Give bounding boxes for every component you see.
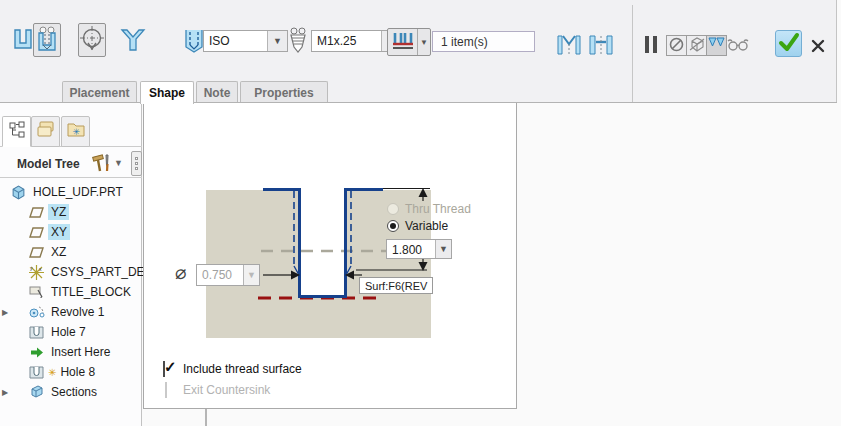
folder-browser-tab[interactable] [31,116,60,147]
include-thread-surface-checkbox[interactable] [163,361,165,377]
tree-item-insert-here[interactable]: Insert Here [0,342,113,362]
geometry-preview-button[interactable] [706,35,727,56]
counterbore-icon [588,34,614,59]
chevron-down-icon[interactable]: ▼ [435,240,451,258]
tree-item-label: Insert Here [48,344,113,360]
tree-item-label: YZ [48,204,69,220]
tree-item-label: TITLE_BLOCK [48,284,134,300]
depth-option-button[interactable]: ▼ [387,28,431,56]
thread-size-value: M1x.25 [312,31,381,51]
datum-plane-edge [205,409,207,426]
tree-item-title-block[interactable]: TITLE_BLOCK [0,282,134,302]
toolbar-separator [632,5,633,103]
wireframe-preview-icon [689,37,705,55]
hole-icon [28,325,45,340]
placement-collector-field[interactable]: 1 item(s) [432,31,535,52]
favorites-tab[interactable]: ✳ [61,116,90,147]
tree-item-label: Revolve 1 [48,304,107,320]
tree-item-xy[interactable]: XY [0,222,70,242]
cancel-button[interactable] [809,37,827,55]
geometry-preview-icon [708,37,725,55]
chevron-down-icon: ▼ [243,265,259,285]
tree-item-yz[interactable]: YZ [0,202,69,222]
model-tree-icon [8,121,26,142]
diameter-combobox[interactable]: 0.750 ▼ [196,264,260,286]
insert-arrow-icon [28,345,45,360]
no-preview-button[interactable] [666,35,687,56]
no-preview-icon [669,37,684,55]
part-icon [10,185,27,200]
thread-depth-combobox[interactable]: 1.800 ▼ [386,239,452,259]
thread-depth-value: 1.800 [387,240,435,258]
variable-depth-label: Variable [405,219,448,233]
depth-reference-box[interactable]: Surf:F6(REV [359,277,433,294]
thread-series-value: ISO [204,31,267,51]
tree-item-revolve-1[interactable]: ▶Revolve 1 [0,302,107,322]
svg-text:✳: ✳ [72,127,80,137]
accept-icon [778,32,800,55]
wireframe-preview-button[interactable] [686,35,707,56]
tree-item-csys-part-def[interactable]: xyCSYS_PART_DEF [0,262,155,282]
diameter-symbol: ⌀ [175,261,186,284]
close-icon [811,39,825,53]
model-tree-tab[interactable] [2,116,31,147]
chevron-down-icon[interactable]: ▼ [267,31,287,51]
datum-plane-icon [28,245,45,260]
tree-item-label: XY [48,224,70,240]
tapered-hole-button[interactable] [119,28,147,54]
tab-shape[interactable]: Shape [140,81,194,104]
shape-panel: Thru Thread Variable 1.800 ▼ ⌀ 0.750 ▼ S… [143,103,517,409]
tree-tools-icon[interactable] [90,153,112,176]
thread-icon [184,29,204,56]
counterbore-button[interactable] [587,33,615,59]
dashboard-divider [0,102,837,103]
sections-icon [28,385,45,400]
navigator-panel: ✳ Model Tree ▼ HOLE_UDF.PRTYZXYXZxyCSYS_… [0,103,142,426]
revolve-icon [28,305,45,320]
drilled-hole-button[interactable] [78,23,106,57]
accept-button[interactable] [775,30,802,57]
countersink-button[interactable] [555,33,583,59]
thru-thread-radio [387,203,399,215]
depth-to-shoulder-icon [388,29,417,55]
tapped-hole-icon [35,25,59,56]
folder-star-icon: ✳ [66,121,86,142]
datum-plane-icon [28,225,45,240]
navigator-title: Model Tree [17,157,80,171]
creo-hole-dashboard-window: ISO ▼ M1x.25 ▼ ▼ 1 item(s) [0,0,841,426]
screw-icon [287,27,309,56]
tapped-hole-button[interactable] [33,23,61,57]
tree-item-label: HOLE_UDF.PRT [30,184,126,200]
variable-depth-radio[interactable] [387,220,399,232]
divider [0,177,142,178]
tab-properties[interactable]: Properties [240,81,328,103]
chevron-down-icon[interactable]: ▼ [417,29,430,55]
tree-item-label: XZ [48,244,69,260]
pause-button[interactable] [645,36,657,53]
incomplete-feature-icon: ✳ [48,367,56,378]
expander-icon[interactable]: ▶ [0,388,10,397]
tree-item-hole-8[interactable]: ✳Hole 8 [0,362,98,382]
tree-item-label: CSYS_PART_DEF [48,264,155,280]
tab-placement[interactable]: Placement [62,81,137,103]
drilled-hole-icon [79,25,105,56]
include-thread-surface-label: Include thread surface [183,362,302,376]
tree-item-label: Hole 7 [48,324,89,340]
folders-icon [36,120,56,143]
thread-series-combobox[interactable]: ISO ▼ [203,30,288,52]
tree-item-hole-7[interactable]: Hole 7 [0,322,89,342]
exit-countersink-checkbox [165,382,167,398]
tree-item-label: Sections [48,384,100,400]
placement-collector-value: 1 item(s) [441,35,488,49]
tab-note[interactable]: Note [196,81,238,103]
tree-item-sections[interactable]: ▶Sections [0,382,100,402]
simple-hole-icon [11,28,35,55]
hole-icon [28,365,45,380]
expander-icon[interactable]: ▶ [0,308,10,317]
countersink-icon [556,34,582,59]
chevron-down-icon[interactable]: ▼ [114,158,123,168]
tree-item-xz[interactable]: XZ [0,242,69,262]
glasses-icon[interactable] [727,38,749,55]
navigator-sash-handle[interactable] [131,151,142,176]
tree-item-hole-udf-prt[interactable]: HOLE_UDF.PRT [0,182,126,202]
